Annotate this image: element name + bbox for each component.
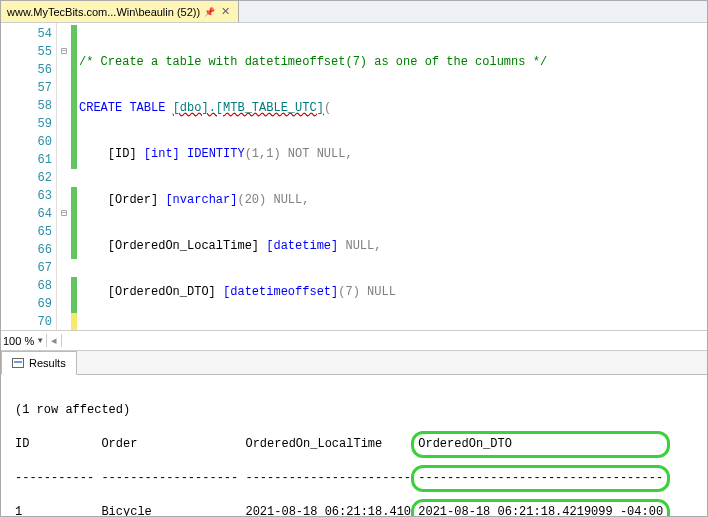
- code-area[interactable]: /* Create a table with datetimeoffset(7)…: [77, 23, 707, 330]
- code-editor[interactable]: 54 55 56 57 58 59 60 61 62 63 64 65 66 6…: [1, 23, 707, 331]
- line-number-gutter: 54 55 56 57 58 59 60 61 62 63 64 65 66 6…: [1, 23, 57, 330]
- results-tab[interactable]: Results: [1, 351, 77, 375]
- fold-gutter[interactable]: ⊟ ⊟: [57, 23, 71, 330]
- results-grid-icon: [12, 358, 24, 368]
- tab-bar: www.MyTecBits.com...Win\beaulin (52)) 📌 …: [1, 1, 707, 23]
- zoom-dropdown-icon[interactable]: ▼: [36, 336, 44, 345]
- results-tab-bar: Results: [1, 351, 707, 375]
- pin-icon[interactable]: 📌: [204, 7, 215, 17]
- tab-title: www.MyTecBits.com...Win\beaulin (52)): [7, 6, 200, 18]
- table-row: 1 Bicycle 2021-08-18 06:21:18.410 2021-0…: [15, 504, 693, 517]
- document-tab[interactable]: www.MyTecBits.com...Win\beaulin (52)) 📌 …: [1, 1, 239, 22]
- zoom-bar: 100 % ▼ ◂: [1, 331, 707, 351]
- close-icon[interactable]: ✕: [219, 5, 232, 18]
- zoom-value[interactable]: 100 %: [3, 335, 34, 347]
- results-pane[interactable]: (1 row affected) ID Order OrderedOn_Loca…: [1, 375, 707, 517]
- result-divider: ----------- ------------------- --------…: [15, 470, 693, 487]
- rows-affected-1: (1 row affected): [15, 402, 693, 419]
- result-header: ID Order OrderedOn_LocalTime OrderedOn_D…: [15, 436, 693, 453]
- results-tab-label: Results: [29, 357, 66, 369]
- scroll-left-icon[interactable]: ◂: [46, 334, 62, 347]
